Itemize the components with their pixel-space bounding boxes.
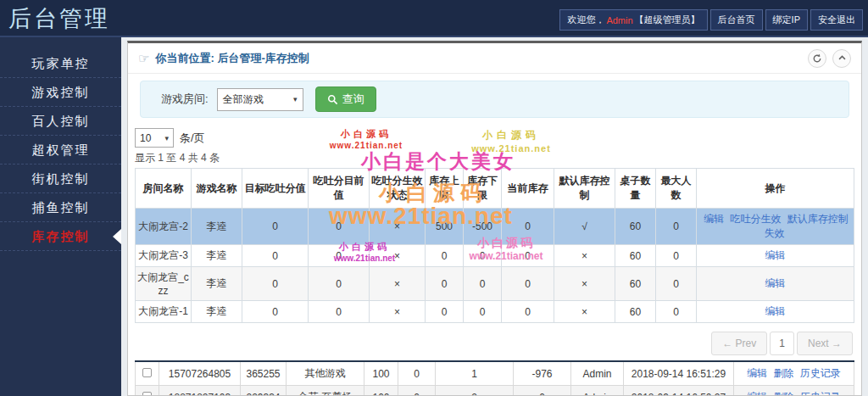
history-link[interactable]: 历史记录: [800, 391, 841, 396]
cell-default-control: ×: [554, 301, 615, 323]
row-checkbox[interactable]: [142, 392, 152, 396]
cell-effective: ×: [370, 267, 426, 301]
edit-link[interactable]: 编辑: [765, 277, 786, 289]
cell-room: 大闹龙宫_czz: [136, 267, 192, 301]
header-link-logout[interactable]: 安全退出: [810, 9, 863, 31]
cell-effective: ×: [370, 209, 426, 245]
cell-current-score: 0: [309, 301, 370, 323]
col-header-target: 目标吃吐分值: [242, 169, 309, 209]
cell-max-players: 0: [656, 245, 697, 267]
edit-link[interactable]: 编辑: [765, 249, 786, 261]
filter-section: 游戏房间: 全部游戏 ▾ 查询: [128, 74, 861, 120]
header-link-home[interactable]: 后台首页: [710, 9, 763, 31]
sidebar: 玩家单控 游戏控制 百人控制 超权管理 街机控制 捕鱼控制 库存控制: [0, 37, 121, 396]
collapse-button[interactable]: [832, 49, 851, 68]
cell-tables: 60: [615, 267, 656, 301]
records-summary: 显示 1 至 4 共 4 条: [135, 151, 854, 165]
table-row[interactable]: 18871827103 229334 金花-至尊场 100 0 2 0 Admi…: [136, 386, 854, 396]
col-header-tables: 桌子数量: [615, 169, 656, 209]
main-content: ☞ 你当前位置: 后台管理-库存控制 游戏房间: 全部游戏 ▾: [121, 37, 868, 396]
search-button[interactable]: 查询: [315, 86, 376, 112]
table-row[interactable]: 大闹龙宫-2 李逵 0 0 × 500 -500 0 √ 60 0: [136, 209, 854, 245]
table-row[interactable]: 大闹龙宫_czz 李逵 0 0 × 0 0 0 × 60 0: [136, 267, 854, 301]
cell-account: 15707264805: [159, 361, 241, 386]
delete-link[interactable]: 删除: [774, 391, 794, 396]
cell-target: 0: [242, 301, 309, 323]
row-checkbox[interactable]: [142, 368, 152, 377]
cell-current-stock: 0: [502, 245, 554, 267]
cell-actions: 编辑 删除 历史记录: [734, 386, 854, 396]
cell-current-score: 0: [309, 267, 370, 301]
cell-value1: 100: [364, 361, 398, 386]
cell-room: 大闹龙宫-2: [136, 209, 192, 245]
cell-stock-lower: 0: [464, 267, 502, 301]
delete-link[interactable]: 删除: [774, 367, 794, 379]
sidebar-item-super-admin[interactable]: 超权管理: [0, 136, 121, 165]
refresh-button[interactable]: [808, 49, 826, 68]
content-panel: ☞ 你当前位置: 后台管理-库存控制 游戏房间: 全部游戏 ▾: [127, 41, 862, 396]
edit-link[interactable]: 编辑: [747, 391, 767, 396]
history-link[interactable]: 历史记录: [800, 367, 841, 379]
sidebar-item-stock-control[interactable]: 库存控制: [0, 222, 121, 251]
prev-page-button[interactable]: ← Prev: [711, 332, 767, 355]
cell-effective: ×: [370, 301, 426, 323]
app-title: 后台管理: [8, 3, 110, 34]
cell-game: 李逵: [192, 245, 242, 267]
current-page-button[interactable]: 1: [770, 332, 794, 355]
cell-actions: 编辑: [697, 301, 854, 323]
cell-game: 李逵: [192, 301, 242, 323]
col-header-room: 房间名称: [136, 169, 192, 209]
page-size-select[interactable]: 10 ▾: [135, 128, 174, 148]
cell-target: 0: [242, 267, 309, 301]
cell-game: 李逵: [192, 209, 242, 245]
cell-actions: 编辑 删除 历史记录: [734, 361, 854, 386]
cell-value4: -976: [514, 361, 571, 386]
table-area: 10 ▾ 条/页 显示 1 至 4 共 4 条 房间名称: [128, 120, 861, 396]
username: Admin: [606, 15, 632, 25]
cell-current-score: 0: [309, 209, 370, 245]
refresh-icon: [812, 53, 822, 64]
next-page-button[interactable]: Next →: [797, 332, 853, 355]
header-link-bind-ip[interactable]: 绑定IP: [765, 9, 808, 31]
cell-checkbox: [136, 361, 159, 386]
table-row[interactable]: 15707264805 365255 其他游戏 100 0 1 -976 Adm…: [136, 361, 854, 386]
col-header-max-players: 最大人数: [656, 169, 697, 209]
col-header-stock-upper: 库存上限: [426, 169, 464, 209]
search-button-label: 查询: [342, 92, 364, 107]
cell-max-players: 0: [656, 301, 697, 323]
welcome-text: 欢迎您，: [567, 14, 604, 26]
edit-link[interactable]: 编辑: [747, 367, 767, 379]
cell-stock-upper: 0: [426, 267, 464, 301]
sidebar-item-fishing-control[interactable]: 捕鱼控制: [0, 193, 121, 222]
cell-current-stock: 0: [502, 209, 554, 245]
cell-time: 2018-09-14 16:50:27: [624, 386, 734, 396]
cell-current-stock: 0: [502, 301, 554, 323]
sidebar-item-hundred-control[interactable]: 百人控制: [0, 107, 121, 136]
cell-value4: 0: [514, 386, 571, 396]
chevron-down-icon: ▾: [164, 134, 169, 142]
edit-link[interactable]: 编辑: [704, 213, 724, 225]
col-header-effective: 吃吐分生效状态: [370, 169, 426, 209]
cell-id: 229334: [241, 386, 287, 396]
sidebar-item-player-control[interactable]: 玩家单控: [0, 49, 121, 78]
sidebar-item-game-control[interactable]: 游戏控制: [0, 78, 121, 107]
col-header-game: 游戏名称: [192, 169, 242, 209]
cell-current-stock: 0: [502, 267, 554, 301]
col-header-current-score: 吃吐分目前值: [309, 169, 370, 209]
edit-link[interactable]: 编辑: [765, 305, 786, 317]
table-row[interactable]: 大闹龙宫-3 李逵 0 0 × 0 0 0 × 60 0: [136, 245, 854, 267]
breadcrumb: 你当前位置: 后台管理-库存控制: [155, 51, 309, 66]
enable-score-link[interactable]: 吃吐分生效: [731, 213, 782, 225]
cell-room: 大闹龙宫-3: [136, 245, 192, 267]
sidebar-item-arcade-control[interactable]: 街机控制: [0, 165, 121, 193]
game-room-select[interactable]: 全部游戏 ▾: [217, 88, 303, 111]
cell-stock-upper: 0: [426, 245, 464, 267]
cell-stock-upper: 0: [426, 301, 464, 323]
welcome-box: 欢迎您， Admin 【超级管理员】: [559, 9, 707, 31]
cell-tables: 60: [615, 209, 656, 245]
cell-checkbox: [136, 386, 159, 396]
table-row[interactable]: 大闹龙宫-1 李逵 0 0 × 0 0 0 × 60 0: [136, 301, 854, 323]
cell-stock-upper: 500: [426, 209, 464, 245]
cell-operator: Admin: [571, 386, 624, 396]
page: 后台管理 欢迎您， Admin 【超级管理员】 后台首页 绑定IP 安全退出 玩…: [0, 0, 868, 396]
